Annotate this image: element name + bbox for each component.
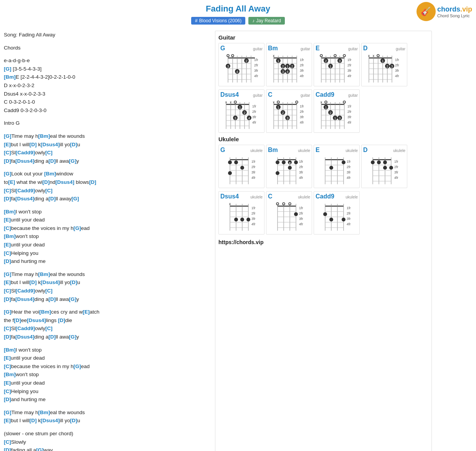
svg-text:3fr: 3fr: [347, 115, 352, 119]
lyric-line: [E]until your dead: [4, 379, 209, 387]
ukulele-section-label: Ukulele: [218, 136, 428, 142]
svg-text:4fr: 4fr: [347, 121, 352, 124]
Bm-uke-fretboard: 1fr 2fr 3fr 4fr ●: [268, 154, 310, 185]
C-fretboard: 1fr 2fr 3fr 4fr x 1 2 3: [268, 99, 310, 130]
lyric-line: [Bm]won't stop: [4, 370, 209, 379]
svg-text:3fr: 3fr: [254, 69, 258, 73]
svg-text:4: 4: [286, 70, 288, 74]
song-title: Fading All Away: [0, 4, 476, 14]
C-uke-fretboard: 1fr 2fr 3fr 4fr: [268, 201, 310, 231]
chord-Dsus4-ukulele: Dsus4 ukulele 1fr 2fr 3fr 4fr: [218, 191, 264, 235]
svg-text:2: 2: [325, 59, 327, 63]
guitar-chords-row2: Dsus4 guitar 1fr 2fr: [218, 89, 428, 133]
chord-G-ukulele: G ukulele 1fr 2fr 3fr 4fr: [218, 145, 264, 188]
svg-text:3: 3: [234, 116, 236, 120]
lyric-line: [C]because the voices in my h[G]ead: [4, 224, 209, 233]
svg-text:4fr: 4fr: [394, 176, 398, 180]
svg-text:2fr: 2fr: [299, 211, 303, 215]
svg-text:1fr: 1fr: [395, 58, 399, 62]
svg-text:4fr: 4fr: [299, 176, 303, 180]
hash-icon: #: [195, 18, 198, 23]
artist-tag[interactable]: ♪ Jay Reatard: [248, 17, 285, 25]
svg-text:1fr: 1fr: [300, 58, 304, 62]
svg-text:4fr: 4fr: [395, 74, 399, 78]
svg-point-240: [371, 160, 375, 164]
Cadd9-uke-fretboard: 1fr 2fr 3fr 4fr: [316, 201, 358, 231]
svg-text:3: 3: [339, 116, 340, 120]
svg-text:3: 3: [391, 64, 393, 68]
lyric-line: [C]Helping you: [4, 249, 209, 258]
Dsus4-fretboard: 1fr 2fr 3fr 4fr x x 1 2 3: [220, 99, 263, 130]
svg-point-191: [228, 171, 232, 175]
svg-text:4fr: 4fr: [299, 222, 303, 226]
chord-def-g: [G] [3-5-5-4-3-3]: [4, 65, 209, 73]
lyric-line: [E]until your dead: [4, 354, 209, 362]
svg-text:1fr: 1fr: [347, 104, 352, 108]
svg-text:2fr: 2fr: [347, 165, 351, 169]
lyric-line: [C]Helping you: [4, 387, 209, 396]
lyrics-column: Song: Fading All Away Chords e-a-d-g-b-e…: [0, 31, 213, 451]
chord-def-cadd9: Cadd9 0-3-2-0-3-0: [4, 106, 209, 115]
svg-text:3fr: 3fr: [395, 69, 399, 73]
svg-text:4fr: 4fr: [300, 121, 304, 124]
lyric-line: [G]Look out your [Bm]window: [4, 170, 209, 178]
lyric-line: [Bm]I won't stop: [4, 346, 209, 354]
svg-text:2: 2: [386, 64, 388, 68]
lyric-line: [Bm]I won't stop: [4, 208, 209, 216]
chords-panel: Guitar G guitar: [215, 31, 432, 451]
svg-text:3fr: 3fr: [252, 115, 256, 119]
svg-point-293: [323, 212, 327, 216]
svg-text:1fr: 1fr: [254, 58, 258, 62]
svg-text:x: x: [230, 100, 232, 104]
lyric-line: the f[D]ee[Dsus4]lings [D]die: [4, 316, 209, 325]
chords-label: Chords: [4, 44, 209, 52]
lyric-line: [D]and hurting me: [4, 257, 209, 266]
svg-text:2fr: 2fr: [394, 165, 398, 169]
intro: Intro G: [4, 119, 209, 127]
D-uke-fretboard: 1fr 2fr 3fr 4fr: [363, 154, 405, 185]
svg-point-259: [234, 218, 238, 221]
svg-text:4: 4: [236, 70, 238, 74]
chord-E-ukulele: E ukulele 1fr 2fr 3fr 4fr: [314, 145, 360, 188]
svg-text:3fr: 3fr: [300, 69, 304, 73]
svg-text:1fr: 1fr: [347, 206, 351, 210]
svg-text:2fr: 2fr: [251, 211, 256, 215]
svg-text:3fr: 3fr: [251, 217, 256, 221]
svg-text:4: 4: [248, 116, 250, 120]
svg-text:2fr: 2fr: [347, 110, 352, 114]
lyric-line: [C]Sl[Cadd9]owly[C]: [4, 324, 209, 333]
tuning: e-a-d-g-b-e: [4, 56, 209, 65]
svg-text:2: 2: [282, 64, 284, 68]
svg-text:1fr: 1fr: [251, 206, 256, 210]
album-tag[interactable]: # Blood Visions (2006): [191, 17, 245, 25]
svg-point-207: [294, 160, 298, 164]
svg-point-244: [389, 166, 393, 170]
main-layout: Song: Fading All Away Chords e-a-d-g-b-e…: [0, 27, 476, 451]
lyric-line: [E]but I will[D] k[Dsus4]ill yo[D]u: [4, 416, 209, 425]
lyric-line: [C]Sl[Cadd9]owly[C]: [4, 149, 209, 157]
svg-text:4fr: 4fr: [300, 74, 304, 78]
chord-D-ukulele: D ukulele 1fr 2fr 3fr 4fr: [361, 145, 407, 188]
chord-Cadd9-ukulele: Cadd9 ukulele 1fr 2fr 3fr 4fr: [314, 191, 360, 235]
lyric-line: [E]until your dead: [4, 216, 209, 224]
lyric-line: [G]Time may h[Bm]eal the wounds: [4, 408, 209, 417]
lyric-line: [D]fa[Dsus4]ding a[D]ll awa[G]y: [4, 157, 209, 165]
svg-point-294: [329, 218, 333, 221]
E-uke-fretboard: 1fr 2fr 3fr 4fr: [316, 154, 358, 185]
svg-text:2fr: 2fr: [395, 63, 399, 67]
svg-text:4fr: 4fr: [347, 74, 352, 78]
svg-text:3fr: 3fr: [299, 170, 303, 174]
E-fretboard: 1fr 2fr 3fr 4fr 2 3 1: [316, 53, 358, 83]
svg-point-292: [342, 218, 345, 221]
lyric-line: (slower - one strum per chord): [4, 430, 209, 438]
lyric-line: to[E] what the wi[D]nd[Dsus4] blows[D]: [4, 178, 209, 187]
svg-text:4fr: 4fr: [252, 121, 256, 124]
svg-text:x: x: [229, 202, 231, 206]
svg-point-242: [383, 160, 387, 164]
svg-point-211: [276, 171, 279, 175]
svg-text:1: 1: [329, 64, 331, 68]
svg-text:x: x: [373, 54, 375, 58]
svg-point-205: [282, 160, 286, 164]
header-tags: # Blood Visions (2006) ♪ Jay Reatard: [0, 17, 476, 25]
svg-text:1: 1: [325, 106, 327, 109]
